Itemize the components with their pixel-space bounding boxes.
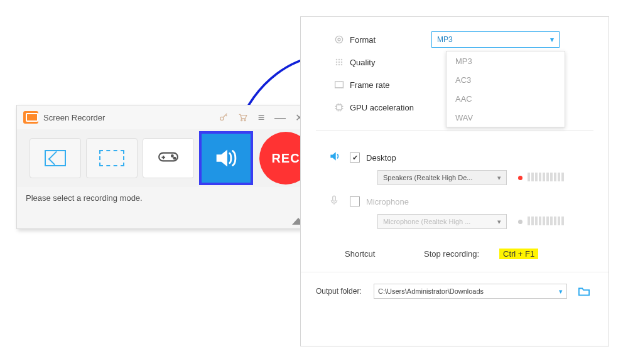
cart-icon[interactable]	[233, 105, 252, 129]
desktop-device-value: Speakers (Realtek High De...	[383, 174, 472, 181]
microphone-checkbox[interactable]	[350, 196, 360, 206]
svg-point-16	[341, 64, 343, 66]
format-dropdown: MP3 AC3 AAC WAV	[446, 51, 565, 127]
gpu-icon	[328, 102, 350, 112]
framerate-label: Frame rate	[350, 80, 431, 90]
fullscreen-icon	[99, 150, 124, 166]
window-title: Screen Recorder	[43, 113, 105, 122]
status-message: Please select a recording mode.	[26, 190, 143, 203]
mode-strip: REC	[17, 129, 313, 187]
speaker-icon	[212, 144, 241, 173]
svg-point-1	[241, 120, 242, 121]
row-output-folder: Output folder: C:\Users\Administrator\Do…	[301, 272, 609, 299]
microphone-device-value: Microphone (Realtek High ...	[383, 218, 470, 225]
titlebar: Screen Recorder ≡ — ✕	[17, 105, 313, 129]
browse-folder-button[interactable]	[575, 284, 593, 298]
svg-point-12	[338, 62, 340, 63]
mode-audio-button[interactable]	[199, 131, 253, 185]
region-icon	[45, 150, 66, 166]
svg-point-9	[338, 59, 340, 61]
level-dot-icon	[518, 176, 522, 180]
status-bar: Please select a recording mode.	[17, 187, 313, 217]
chevron-down-icon: ▾	[497, 174, 501, 182]
svg-rect-18	[337, 105, 342, 110]
recorder-window: Screen Recorder ≡ — ✕	[16, 105, 314, 229]
chevron-down-icon: ▾	[497, 218, 501, 226]
format-option[interactable]: WAV	[447, 108, 565, 127]
format-option[interactable]: MP3	[447, 51, 565, 70]
svg-point-13	[341, 62, 343, 63]
svg-point-0	[220, 117, 224, 120]
key-icon[interactable]	[214, 105, 233, 129]
shortcut-section-label: Shortcut	[345, 249, 424, 259]
desktop-label: Desktop	[366, 153, 396, 163]
shortcut-action-label: Stop recording:	[424, 249, 499, 259]
row-format: Format MP3 ▾	[301, 28, 609, 51]
format-icon	[328, 35, 350, 45]
svg-point-8	[336, 59, 338, 61]
framerate-icon	[328, 80, 350, 89]
gamepad-icon	[158, 148, 179, 168]
desktop-device-select[interactable]: Speakers (Realtek High De... ▾	[377, 170, 507, 185]
mode-region-button[interactable]	[30, 138, 81, 178]
svg-point-15	[338, 64, 340, 66]
format-option[interactable]: AC3	[447, 70, 565, 89]
output-folder-label: Output folder:	[316, 287, 374, 296]
svg-rect-17	[335, 82, 344, 88]
svg-point-11	[336, 62, 338, 63]
format-select[interactable]: MP3 ▾	[431, 31, 560, 48]
speaker-small-icon	[328, 150, 350, 166]
format-option[interactable]: AAC	[447, 89, 565, 108]
svg-rect-19	[333, 196, 336, 201]
svg-point-6	[335, 36, 342, 43]
microphone-level-meter	[518, 217, 565, 227]
row-desktop-audio: Desktop	[328, 147, 609, 168]
minimize-button[interactable]: —	[271, 111, 290, 124]
microphone-device-select[interactable]: Microphone (Realtek High ... ▾	[377, 214, 507, 229]
format-label: Format	[350, 35, 431, 45]
level-dot-icon	[518, 220, 522, 224]
chevron-down-icon: ▾	[559, 287, 563, 296]
chevron-down-icon: ▾	[550, 35, 554, 44]
desktop-checkbox[interactable]	[350, 153, 360, 163]
desktop-device-row: Speakers (Realtek High De... ▾	[328, 168, 609, 187]
row-microphone: Microphone	[328, 191, 609, 212]
quality-icon	[328, 57, 350, 67]
svg-point-4	[171, 155, 173, 157]
menu-icon[interactable]: ≡	[252, 105, 271, 129]
svg-point-10	[341, 59, 343, 61]
mode-game-button[interactable]	[143, 138, 194, 178]
divider	[316, 130, 593, 131]
svg-point-7	[338, 38, 340, 41]
record-label: REC	[271, 151, 300, 166]
format-value: MP3	[437, 35, 453, 44]
gpu-label: GPU acceleration	[350, 103, 431, 112]
mode-fullscreen-button[interactable]	[86, 138, 138, 178]
microphone-device-row: Microphone (Realtek High ... ▾	[328, 212, 609, 231]
shortcut-hotkey[interactable]: Ctrl + F1	[499, 249, 538, 259]
output-folder-value: C:\Users\Administrator\Downloads	[378, 287, 484, 295]
desktop-level-meter	[518, 173, 565, 183]
svg-point-2	[244, 120, 246, 121]
app-logo-icon	[23, 111, 38, 124]
svg-point-14	[336, 64, 338, 66]
svg-point-5	[174, 158, 176, 159]
row-shortcut: Shortcut Stop recording: Ctrl + F1	[301, 249, 609, 259]
quality-label: Quality	[350, 58, 431, 67]
microphone-label: Microphone	[366, 197, 409, 206]
output-folder-input[interactable]: C:\Users\Administrator\Downloads ▾	[374, 284, 567, 299]
microphone-icon	[328, 194, 350, 210]
